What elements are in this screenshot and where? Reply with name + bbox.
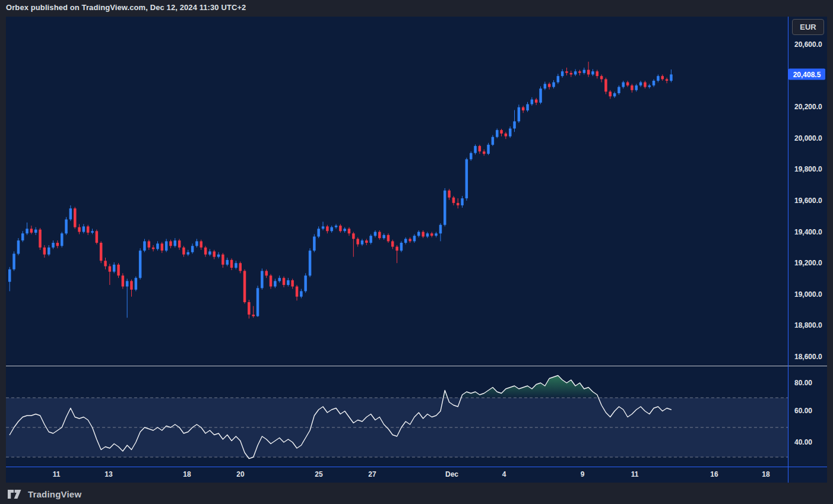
candle-body [426,233,429,236]
candle-body [182,248,185,255]
candle-body [626,83,629,85]
candle-body [39,230,42,248]
candle-body [208,252,211,255]
candle-body [461,198,464,205]
candle-body [374,232,377,236]
candle-body [230,260,233,268]
time-axis-label: 4 [502,470,506,478]
candle-body [578,71,581,73]
candle-body [274,281,277,286]
price-axis-label: 19,800.0 [794,165,822,173]
candle-body [561,71,564,76]
candle-body [313,237,316,251]
candle-body [100,243,103,261]
candle-body [187,252,190,255]
candle-body [174,240,177,246]
candle-body [165,241,168,251]
candle-body [265,271,268,275]
price-axis[interactable]: EUR 20,600.020,200.020,000.019,800.019,6… [788,17,827,467]
candle-body [52,243,55,248]
candle-body [557,76,560,83]
candle-body [435,233,438,236]
time-axis[interactable]: 111318202527Dec49111618 [6,467,827,483]
candle-body [126,281,129,286]
time-axis-label: 11 [53,470,61,478]
candle-body [622,83,625,87]
candle-body [395,247,398,251]
price-axis-label: 18,600.0 [794,353,822,361]
time-axis-label: Dec [445,470,458,478]
pane-separator[interactable] [6,366,827,366]
candle-body [304,275,307,291]
candle-body [61,233,64,246]
candle-body [243,271,246,302]
candle-body [191,246,194,252]
candle-body [492,137,495,145]
candle-body [26,229,28,233]
candle-body [135,278,138,290]
currency-button[interactable]: EUR [792,19,824,35]
candle-body [657,76,660,81]
candle-body [343,229,346,231]
candle-body [631,85,634,90]
price-rsi-plot[interactable] [6,17,788,467]
candle-body [256,288,259,316]
candle-body [226,260,229,265]
candle-body [12,253,15,269]
candle-body [391,241,394,246]
candle-body [644,83,647,87]
candle-body [78,227,81,232]
candle-body [148,241,151,248]
candle-body [591,71,594,74]
candle-body [283,278,286,285]
candle-body [261,271,264,288]
candle-body [604,79,607,91]
candle-body [34,230,37,233]
candle-body [505,134,508,137]
price-axis-label: 19,000.0 [794,290,822,299]
candle-body [47,248,50,255]
last-price-badge: 20,408.5 [788,69,825,80]
candle-body [330,227,333,232]
candle-body [30,229,33,233]
rsi-axis-label: 60.00 [794,407,812,415]
candle-body [670,74,673,81]
candle-body [661,76,664,79]
candle-body [552,83,555,87]
candle-body [648,85,651,87]
time-axis-label: 25 [315,470,322,478]
candle-body [287,280,290,285]
candle-body [109,267,112,272]
candle-body [509,129,512,137]
candle-body [252,315,255,316]
candle-body [278,278,281,281]
time-axis-label: 27 [368,470,376,478]
candle-body [417,232,420,236]
candle-body [583,70,586,73]
candle-body [104,261,107,266]
candle-body [339,226,342,231]
candle-body [430,233,433,236]
candle-body [639,83,642,85]
candle-body [17,240,20,253]
candle-body [217,255,220,257]
price-axis-border [788,17,788,483]
candle-body [500,130,503,134]
candle-body [587,70,590,75]
candle-body [361,240,364,245]
price-axis-label: 20,000.0 [794,134,822,142]
candle-body [139,251,142,278]
candle-body [335,226,338,227]
time-axis-label: 11 [631,470,639,478]
candle-body [74,208,77,227]
candle-body [348,229,351,233]
candle-body [422,232,425,237]
candle-body [239,263,242,271]
time-axis-border [6,467,827,467]
candle-body [200,241,203,248]
candle-body [613,93,616,96]
candle-body [539,88,542,103]
candle-body [653,81,655,85]
candle-body [56,243,59,246]
tradingview-attribution[interactable]: TradingView [8,487,81,500]
